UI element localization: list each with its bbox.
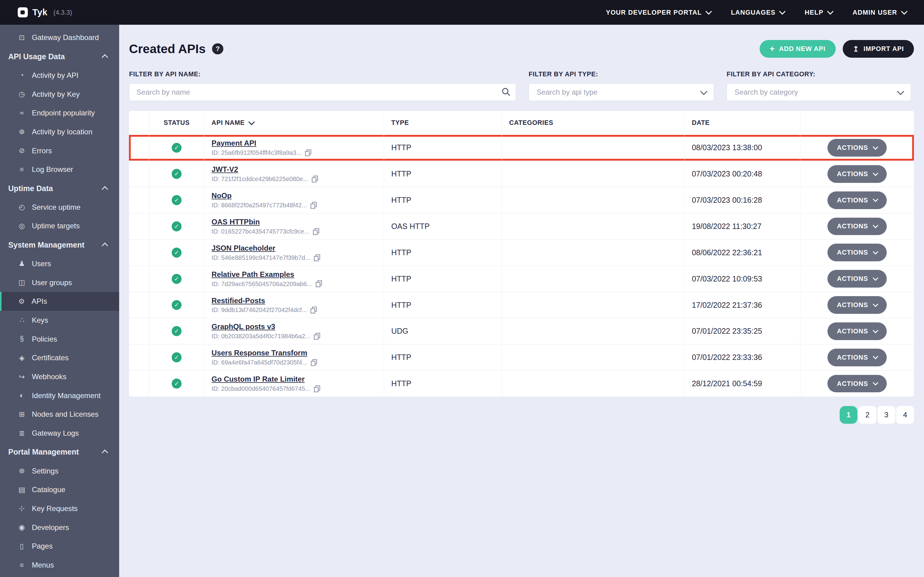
table-row: ✓ Users Response Transform ID: 69a4e6fa4…: [129, 344, 914, 371]
api-name-link[interactable]: NoOp: [212, 192, 232, 200]
menu-help[interactable]: HELP: [805, 9, 833, 16]
sidebar-section-system-management[interactable]: System Management: [0, 235, 119, 254]
api-name-link[interactable]: OAS HTTPbin: [212, 218, 260, 226]
actions-button[interactable]: ACTIONS: [827, 349, 887, 366]
sidebar-item-key-requests[interactable]: ⊹ Key Requests: [0, 499, 119, 518]
row-status-cell: ✓: [149, 371, 204, 396]
sidebar-item-keys[interactable]: ∴ Keys: [0, 311, 119, 330]
menu-admin-user[interactable]: ADMIN USER: [853, 9, 906, 16]
api-id: ID: 25a6fb912f054fff4c3f8a9a3...: [212, 149, 301, 156]
page-button[interactable]: 4: [896, 406, 914, 424]
add-new-api-button[interactable]: + ADD NEW API: [759, 40, 835, 58]
sidebar-section-api-usage-data[interactable]: API Usage Data: [0, 47, 119, 66]
sidebar-item-pages[interactable]: ▯ Pages: [0, 537, 119, 556]
sidebar-item-uptime-targets[interactable]: ◎ Uptime targets: [0, 217, 119, 236]
api-name-link[interactable]: Restified-Posts: [212, 297, 265, 305]
sidebar-item-policies[interactable]: § Policies: [0, 330, 119, 349]
actions-button[interactable]: ACTIONS: [827, 218, 887, 235]
copy-icon[interactable]: [310, 202, 317, 209]
row-expand-cell: [129, 266, 149, 292]
sidebar-item-apis[interactable]: ⚙ APIs: [0, 292, 119, 311]
sidebar-item-catalogue[interactable]: ▤ Catalogue: [0, 480, 119, 499]
copy-icon[interactable]: [311, 359, 317, 366]
sidebar-item-activity-by-key[interactable]: ◷ Activity by Key: [0, 85, 119, 104]
actions-button[interactable]: ACTIONS: [827, 375, 887, 393]
sidebar-item-label: Keys: [32, 316, 48, 324]
filter-type-label: FILTER BY API TYPE:: [528, 71, 714, 78]
copy-icon[interactable]: [316, 280, 322, 287]
api-name-link[interactable]: JSON Placeholder: [212, 244, 275, 253]
copy-icon[interactable]: [314, 385, 320, 392]
sidebar-item-menus[interactable]: ≡ Menus: [0, 556, 119, 575]
sidebar-item-users[interactable]: ♟ Users: [0, 254, 119, 273]
api-name-link[interactable]: Users Response Transform: [212, 349, 307, 357]
api-name-link[interactable]: Relative Path Examples: [212, 270, 294, 279]
import-api-button[interactable]: ↥ IMPORT API: [843, 40, 914, 58]
sidebar-item-log-browser[interactable]: ≡ Log Browser: [0, 160, 119, 179]
check-icon: ✓: [174, 250, 179, 256]
copy-icon[interactable]: [314, 333, 320, 340]
sidebar-item-settings[interactable]: ⊛ Settings: [0, 462, 119, 480]
sidebar-item-errors[interactable]: ⊘ Errors: [0, 141, 119, 160]
api-type: HTTP: [384, 371, 502, 396]
page-button[interactable]: 2: [859, 406, 876, 424]
page-button[interactable]: 3: [877, 406, 895, 424]
sidebar-item-activity-by-location[interactable]: ⊕ Activity by location: [0, 122, 119, 141]
actions-button[interactable]: ACTIONS: [827, 139, 887, 156]
settings-icon: ⊛: [18, 467, 26, 475]
status-ok-icon: ✓: [172, 143, 182, 153]
api-name-link[interactable]: Go Custom IP Rate Limiter: [212, 375, 305, 384]
sidebar-item-webhooks[interactable]: ↪ Webhooks: [0, 367, 119, 386]
api-date: 08/06/2022 22:36:21: [685, 240, 800, 266]
sidebar-item-gateway-logs[interactable]: ≣ Gateway Logs: [0, 424, 119, 443]
sidebar-item-service-uptime[interactable]: ◴ Service uptime: [0, 198, 119, 217]
actions-button[interactable]: ACTIONS: [827, 322, 887, 340]
api-name-link[interactable]: Payment API: [212, 139, 256, 147]
filter-category-select[interactable]: Search by category: [727, 83, 911, 101]
filter-type-select[interactable]: Search by api type: [528, 83, 714, 101]
api-name-link[interactable]: JWT-V2: [212, 165, 238, 174]
actions-button[interactable]: ACTIONS: [827, 192, 887, 209]
sidebar-item-gateway-dashboard[interactable]: ⊡ Gateway Dashboard: [0, 28, 119, 47]
column-api-name[interactable]: API NAME: [204, 111, 384, 134]
chevron-down-icon: [873, 170, 878, 176]
filter-name-input[interactable]: [129, 83, 516, 101]
sidebar-item-certificates[interactable]: ◈ Certificates: [0, 349, 119, 367]
actions-button[interactable]: ACTIONS: [827, 165, 887, 183]
menu-label: ADMIN USER: [853, 9, 897, 16]
sidebar-section-uptime-data[interactable]: Uptime Data: [0, 179, 119, 198]
copy-icon[interactable]: [313, 228, 319, 235]
actions-label: ACTIONS: [837, 170, 868, 178]
chevron-up-icon: [102, 243, 108, 249]
sidebar-item-user-groups[interactable]: ◫ User groups: [0, 273, 119, 292]
table-row: ✓ Relative Path Examples ID: 7d29ac67565…: [129, 266, 914, 292]
check-icon: ✓: [174, 224, 179, 229]
apis-gear-icon: ⚙: [18, 297, 26, 306]
actions-button[interactable]: ACTIONS: [827, 270, 887, 288]
copy-icon[interactable]: [305, 149, 311, 156]
sidebar-section: API Usage Data ◔ Activity by API ◷: [0, 47, 119, 179]
sidebar-item-endpoint-popularity[interactable]: ≈ Endpoint popularity: [0, 103, 119, 122]
sidebar-section-portal-management[interactable]: Portal Management: [0, 443, 119, 462]
sidebar-item-identity-management[interactable]: ◐ Identity Management: [0, 386, 119, 405]
sidebar-item-activity-by-api[interactable]: ◔ Activity by API: [0, 66, 119, 85]
sidebar-item-developers[interactable]: ◉ Developers: [0, 518, 119, 537]
tyk-logo[interactable]: Tyk (4.3.3): [18, 7, 72, 18]
actions-button[interactable]: ACTIONS: [827, 296, 887, 314]
copy-icon[interactable]: [312, 176, 318, 182]
sidebar-item-nodes-and-licenses[interactable]: ⊞ Nodes and Licenses: [0, 405, 119, 424]
page-button[interactable]: 1: [840, 406, 858, 424]
help-icon[interactable]: ?: [212, 44, 223, 55]
copy-icon[interactable]: [314, 254, 320, 261]
sidebar-item-label: Log Browser: [32, 165, 73, 174]
actions-button[interactable]: ACTIONS: [827, 243, 887, 261]
menu-languages[interactable]: LANGUAGES: [731, 9, 785, 16]
status-ok-icon: ✓: [172, 379, 182, 388]
api-categories: [502, 266, 685, 292]
api-id-line: ID: 546e885199c947147e7f39b7d...: [212, 254, 320, 261]
menu-your-developer-portal[interactable]: YOUR DEVELOPER PORTAL: [606, 9, 711, 16]
chevron-down-icon: [779, 8, 785, 15]
copy-icon[interactable]: [310, 306, 317, 314]
menus-icon: ≡: [18, 561, 26, 569]
api-name-link[interactable]: GraphQL posts v3: [212, 322, 275, 331]
